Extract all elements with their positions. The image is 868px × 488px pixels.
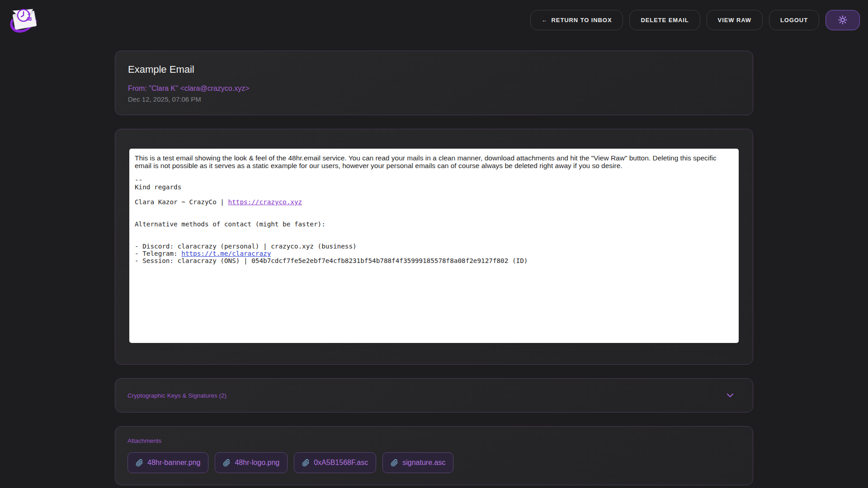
theme-toggle-button[interactable]: [826, 10, 860, 30]
email-body-card: This is a test email showing the look & …: [115, 129, 753, 365]
crypto-keys-section[interactable]: Cryptographic Keys & Signatures (2): [115, 378, 753, 413]
svg-text:48: 48: [26, 16, 32, 22]
email-body-pane: This is a test email showing the look & …: [129, 149, 739, 343]
attachment-filename: signature.asc: [402, 459, 445, 467]
logout-button[interactable]: LOGOUT: [769, 10, 819, 30]
paperclip-icon: [391, 459, 398, 467]
email-date: Dec 12, 2025, 07:06 PM: [128, 95, 740, 103]
view-raw-label: VIEW RAW: [718, 17, 751, 23]
arrow-left-icon: ←: [542, 17, 548, 23]
attachment-chip[interactable]: 48hr-banner.png: [127, 452, 208, 473]
attachment-chip[interactable]: 0xA5B1568F.asc: [294, 452, 376, 473]
return-to-inbox-label: RETURN TO INBOX: [552, 17, 612, 23]
main-content: Example Email From: "Clara K" <clara@cra…: [115, 51, 753, 485]
delete-email-label: DELETE EMAIL: [641, 17, 689, 23]
attachment-filename: 0xA5B1568F.asc: [314, 459, 368, 467]
attachments-title: Attachments: [127, 437, 741, 444]
email-subject: Example Email: [128, 64, 740, 75]
paperclip-icon: [136, 459, 143, 467]
attachment-filename: 48hr-logo.png: [235, 459, 279, 467]
view-raw-button[interactable]: VIEW RAW: [707, 10, 763, 30]
attachment-chip-list: 48hr-banner.png 48hr-logo.png 0xA5B1568F…: [127, 452, 741, 473]
toolbar: ← RETURN TO INBOX DELETE EMAIL VIEW RAW …: [530, 10, 860, 30]
paperclip-icon: [223, 459, 231, 467]
attachments-section: Attachments 48hr-banner.png 48hr-logo.pn…: [115, 426, 753, 485]
envelope-clock-logo-icon: 48: [8, 4, 40, 37]
email-body-paragraph: This is a test email showing the look & …: [135, 155, 733, 169]
attachment-chip[interactable]: 48hr-logo.png: [215, 452, 288, 473]
email-signature-block: -- Kind regards Clara Kazor ~ CrazyCo | …: [135, 176, 733, 265]
telegram-link[interactable]: https://t.me/claracrazy: [181, 250, 271, 257]
chevron-down-icon[interactable]: [726, 393, 734, 398]
crypto-keys-title: Cryptographic Keys & Signatures (2): [127, 392, 226, 399]
48hr-email-logo[interactable]: 48: [8, 4, 40, 37]
sun-icon: [838, 15, 848, 25]
email-header-card: Example Email From: "Clara K" <clara@cra…: [115, 51, 753, 115]
return-to-inbox-button[interactable]: ← RETURN TO INBOX: [530, 10, 623, 30]
email-from: From: "Clara K" <clara@crazyco.xyz>: [128, 84, 740, 93]
attachment-chip[interactable]: signature.asc: [382, 452, 453, 473]
paperclip-icon: [302, 459, 310, 467]
crazyco-link[interactable]: https://crazyco.xyz: [228, 198, 302, 206]
top-bar: 48 ← RETURN TO INBOX DELETE EMAIL VIEW R…: [0, 0, 868, 40]
delete-email-button[interactable]: DELETE EMAIL: [629, 10, 700, 30]
logout-label: LOGOUT: [780, 17, 808, 23]
attachment-filename: 48hr-banner.png: [147, 459, 200, 467]
